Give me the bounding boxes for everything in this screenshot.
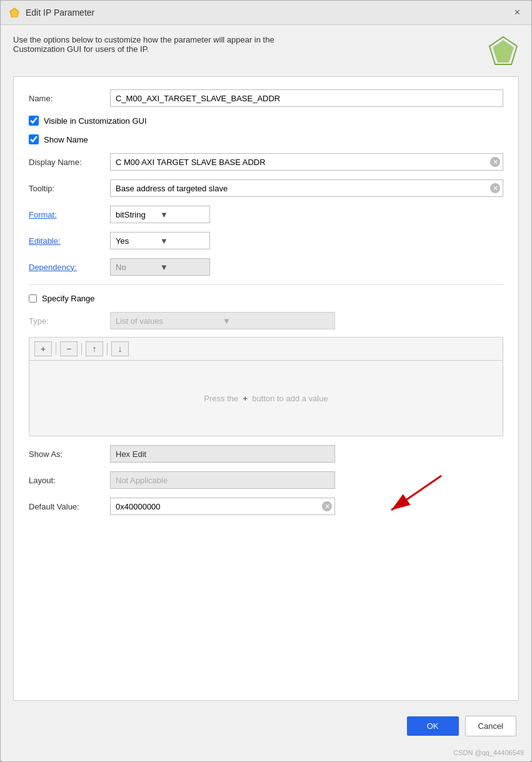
add-value-button[interactable]: + xyxy=(34,341,52,356)
format-label[interactable]: Format: xyxy=(29,210,110,219)
editable-label[interactable]: Editable: xyxy=(29,236,110,246)
header-description-text: Use the options below to customize how t… xyxy=(13,35,274,54)
type-row: Type: List of values ▼ xyxy=(29,312,503,329)
default-value-input[interactable] xyxy=(116,502,322,511)
dependency-dropdown[interactable]: No ▼ xyxy=(110,258,210,276)
main-form-panel: Name: Visible in Customization GUI Show … xyxy=(13,76,519,701)
title-bar: Edit IP Parameter × xyxy=(1,1,531,25)
type-dropdown[interactable]: List of values ▼ xyxy=(110,312,335,329)
cancel-button[interactable]: Cancel xyxy=(465,716,516,736)
name-label: Name: xyxy=(29,94,110,103)
toolbar-separator-2 xyxy=(81,343,82,355)
specify-range-checkbox[interactable] xyxy=(29,294,37,303)
values-toolbar: + − ↑ ↓ Press the + button to add a valu… xyxy=(29,337,503,436)
tooltip-input[interactable] xyxy=(116,184,490,193)
layout-row: Layout: xyxy=(29,471,503,489)
values-empty-message: Press the + button to add a value xyxy=(204,394,328,403)
visible-label: Visible in Customization GUI xyxy=(44,116,147,126)
watermark-text: CSDN @qq_44406549 xyxy=(453,749,524,756)
layout-input[interactable] xyxy=(110,471,335,489)
move-down-button[interactable]: ↓ xyxy=(111,341,129,356)
default-value-label: Default Value: xyxy=(29,502,110,511)
show-name-checkbox[interactable] xyxy=(29,134,39,144)
app-logo xyxy=(8,6,21,19)
tooltip-input-wrap: ✕ xyxy=(110,179,503,197)
tooltip-label: Tooltip: xyxy=(29,184,110,193)
visible-row: Visible in Customization GUI xyxy=(29,116,503,126)
editable-dropdown[interactable]: Yes ▼ xyxy=(110,232,210,249)
editable-value: Yes xyxy=(116,236,160,246)
format-value: bitString xyxy=(116,210,160,219)
show-name-row: Show Name xyxy=(29,134,503,144)
show-as-row: Show As: xyxy=(29,445,503,463)
edit-ip-parameter-dialog: Edit IP Parameter × Use the options belo… xyxy=(0,0,532,762)
visible-checkbox[interactable] xyxy=(29,116,39,126)
plus-icon: + xyxy=(243,394,248,403)
name-input[interactable] xyxy=(110,89,503,107)
display-name-row: Display Name: ✕ xyxy=(29,153,503,171)
values-empty-area: Press the + button to add a value xyxy=(29,361,503,436)
show-as-label: Show As: xyxy=(29,449,110,459)
layout-label: Layout: xyxy=(29,476,110,485)
dialog-title: Edit IP Parameter xyxy=(26,8,94,18)
separator xyxy=(29,284,503,285)
default-value-clear-button[interactable]: ✕ xyxy=(322,501,332,511)
dependency-label[interactable]: Dependency: xyxy=(29,263,110,272)
toolbar-buttons: + − ↑ ↓ xyxy=(29,338,503,361)
format-row: Format: bitString ▼ xyxy=(29,206,503,223)
dependency-row: Dependency: No ▼ xyxy=(29,258,503,276)
format-dropdown[interactable]: bitString ▼ xyxy=(110,206,210,223)
show-as-input[interactable] xyxy=(110,445,335,463)
watermark: CSDN @qq_44406549 xyxy=(1,746,531,761)
display-name-input[interactable] xyxy=(116,158,490,167)
type-label: Type: xyxy=(29,316,110,326)
default-value-input-wrap: ✕ xyxy=(110,498,335,515)
dependency-value: No xyxy=(116,263,160,272)
ok-button[interactable]: OK xyxy=(407,716,459,736)
toolbar-separator-1 xyxy=(56,343,56,355)
move-up-button[interactable]: ↑ xyxy=(86,341,103,356)
show-name-label: Show Name xyxy=(44,135,88,144)
title-bar-left: Edit IP Parameter xyxy=(8,6,94,19)
type-dropdown-arrow: ▼ xyxy=(223,316,329,326)
footer-buttons: OK Cancel xyxy=(1,706,531,746)
display-name-label: Display Name: xyxy=(29,158,110,167)
dependency-dropdown-arrow: ▼ xyxy=(160,263,204,272)
editable-row: Editable: Yes ▼ xyxy=(29,232,503,249)
display-name-input-wrap: ✕ xyxy=(110,153,503,171)
close-button[interactable]: × xyxy=(511,6,524,19)
tooltip-clear-button[interactable]: ✕ xyxy=(490,183,500,193)
default-value-row: Default Value: ✕ xyxy=(29,498,503,515)
remove-value-button[interactable]: − xyxy=(60,341,78,356)
type-value: List of values xyxy=(116,316,223,326)
editable-dropdown-arrow: ▼ xyxy=(160,236,204,246)
header-description-area: Use the options below to customize how t… xyxy=(1,25,531,71)
name-row: Name: xyxy=(29,89,503,107)
xilinx-logo xyxy=(488,35,519,66)
display-name-clear-button[interactable]: ✕ xyxy=(490,157,500,167)
toolbar-separator-3 xyxy=(107,343,108,355)
tooltip-row: Tooltip: ✕ xyxy=(29,179,503,197)
specify-range-row: Specify Range xyxy=(29,294,503,303)
format-dropdown-arrow: ▼ xyxy=(160,210,204,219)
specify-range-label: Specify Range xyxy=(42,294,95,303)
